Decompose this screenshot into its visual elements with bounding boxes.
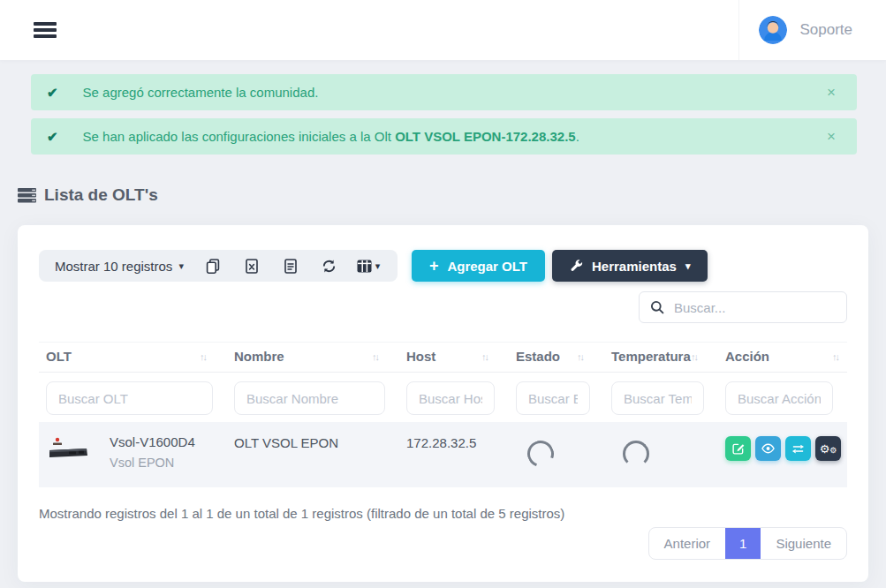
table-tools-group: Mostrar 10 registros ▾ xyxy=(39,250,398,282)
olt-model: Vsol-V1600D4 xyxy=(110,434,195,449)
page-header: Lista de OLT's xyxy=(18,185,886,205)
table-toolbar: Mostrar 10 registros ▾ xyxy=(39,250,847,282)
gears-icon: ⚙⚙ xyxy=(820,443,837,455)
refresh-button[interactable] xyxy=(314,253,345,279)
column-header-nombre[interactable]: Nombre↑↓ xyxy=(227,349,399,364)
view-button[interactable] xyxy=(755,436,781,461)
file-text-icon xyxy=(284,259,297,274)
wrench-icon xyxy=(570,260,583,273)
page-length-dropdown[interactable]: Mostrar 10 registros ▾ xyxy=(53,259,189,274)
olt-list-card: Mostrar 10 registros ▾ xyxy=(18,225,868,582)
settings-button[interactable]: ⚙⚙ xyxy=(815,436,841,461)
search-row xyxy=(39,291,847,323)
server-icon xyxy=(18,188,36,203)
sort-icon: ↑↓ xyxy=(577,351,583,362)
search-input[interactable] xyxy=(674,300,836,315)
sort-icon: ↑↓ xyxy=(832,351,838,362)
column-header-temperatura[interactable]: Temperatura↑↓ xyxy=(604,349,718,364)
hamburger-menu-icon[interactable] xyxy=(34,16,60,44)
pagination-prev[interactable]: Anterior xyxy=(649,528,726,559)
eye-icon xyxy=(761,443,775,454)
add-olt-label: Agregar OLT xyxy=(447,259,527,274)
search-icon xyxy=(650,300,664,314)
alert-text-suffix: . xyxy=(576,129,579,144)
page-title: Lista de OLT's xyxy=(44,185,158,205)
olt-name-cell: OLT VSOL EPON xyxy=(227,434,399,450)
loading-spinner xyxy=(523,436,558,471)
check-icon: ✔ xyxy=(47,129,58,145)
pagination-page-1[interactable]: 1 xyxy=(725,528,761,559)
temperatura-cell xyxy=(604,434,718,467)
alert-config-applied: ✔ Se han aplicado las configuraciones in… xyxy=(31,118,857,155)
alert-text-bold: OLT VSOL EPON-172.28.32.5 xyxy=(395,129,576,144)
filter-olt-input[interactable] xyxy=(46,381,213,415)
transfer-button[interactable] xyxy=(785,436,811,461)
sort-icon: ↑↓ xyxy=(691,351,697,362)
column-header-accion[interactable]: Acción↑↓ xyxy=(718,349,847,364)
excel-export-button[interactable] xyxy=(237,253,267,279)
tools-label: Herramientas xyxy=(592,259,677,274)
sort-icon: ↑↓ xyxy=(200,351,206,362)
tools-dropdown-button[interactable]: Herramientas ▾ xyxy=(552,250,708,282)
alert-text: Se agregó correctamente la comunidad. xyxy=(83,85,319,100)
column-header-host[interactable]: Host↑↓ xyxy=(399,349,509,364)
table-info: Mostrando registros del 1 al 1 de un tot… xyxy=(39,506,847,521)
plus-icon: + xyxy=(429,258,439,274)
filter-accion-input[interactable] xyxy=(725,381,833,415)
columns-icon xyxy=(357,260,372,273)
alerts-container: ✔ Se agregó correctamente la comunidad. … xyxy=(0,60,886,155)
olt-labels: Vsol-V1600D4 Vsol EPON xyxy=(110,434,195,470)
estado-cell xyxy=(509,434,604,467)
copy-button[interactable] xyxy=(198,253,228,279)
copy-icon xyxy=(206,259,220,274)
column-header-olt[interactable]: OLT↑↓ xyxy=(39,349,227,364)
add-olt-button[interactable]: + Agregar OLT xyxy=(412,250,545,282)
edit-icon xyxy=(732,442,745,455)
user-menu[interactable]: Soporte xyxy=(738,0,870,60)
excel-icon xyxy=(246,259,258,274)
filter-estado-input[interactable] xyxy=(516,381,590,415)
user-name: Soporte xyxy=(799,21,852,39)
table-filter-row xyxy=(39,373,847,422)
caret-down-icon: ▾ xyxy=(685,261,691,271)
refresh-icon xyxy=(322,259,337,274)
user-avatar xyxy=(759,16,787,44)
search-box xyxy=(639,291,847,323)
table-header-row: OLT↑↓ Nombre↑↓ Host↑↓ Estado↑↓ Temperatu… xyxy=(39,342,847,373)
transfer-arrows-icon xyxy=(791,443,805,455)
filter-host-input[interactable] xyxy=(406,381,495,415)
close-icon[interactable]: × xyxy=(822,129,841,144)
filter-temperatura-input[interactable] xyxy=(611,381,704,415)
table-row: Vsol-V1600D4 Vsol EPON OLT VSOL EPON 172… xyxy=(39,422,847,487)
olt-host-cell: 172.28.32.5 xyxy=(399,434,509,450)
olt-device-image xyxy=(46,434,90,468)
column-header-estado[interactable]: Estado↑↓ xyxy=(509,349,604,364)
edit-button[interactable] xyxy=(725,436,751,461)
top-navbar: Soporte xyxy=(0,0,886,60)
sort-icon: ↑↓ xyxy=(481,351,488,362)
accion-cell: ⚙⚙ xyxy=(718,434,848,461)
olt-type: Vsol EPON xyxy=(110,456,195,470)
alert-community-added: ✔ Se agregó correctamente la comunidad. … xyxy=(31,74,857,110)
close-icon[interactable]: × xyxy=(822,85,841,100)
alert-text: Se han aplicado las configuraciones inic… xyxy=(83,129,579,144)
file-export-button[interactable] xyxy=(276,253,306,279)
pagination-row: Anterior 1 Siguiente xyxy=(39,527,847,560)
caret-down-icon: ▾ xyxy=(178,261,184,271)
column-visibility-button[interactable]: ▾ xyxy=(353,253,383,279)
check-icon: ✔ xyxy=(47,85,58,101)
pagination-next[interactable]: Siguiente xyxy=(761,528,846,559)
sort-icon: ↑↓ xyxy=(372,351,378,362)
filter-nombre-input[interactable] xyxy=(234,381,385,415)
page-length-label: Mostrar 10 registros xyxy=(55,259,172,274)
olt-cell: Vsol-V1600D4 Vsol EPON xyxy=(39,434,227,470)
caret-down-icon: ▾ xyxy=(375,261,381,271)
pagination: Anterior 1 Siguiente xyxy=(648,527,847,560)
alert-text-prefix: Se han aplicado las configuraciones inic… xyxy=(83,129,396,144)
loading-spinner xyxy=(623,441,649,467)
